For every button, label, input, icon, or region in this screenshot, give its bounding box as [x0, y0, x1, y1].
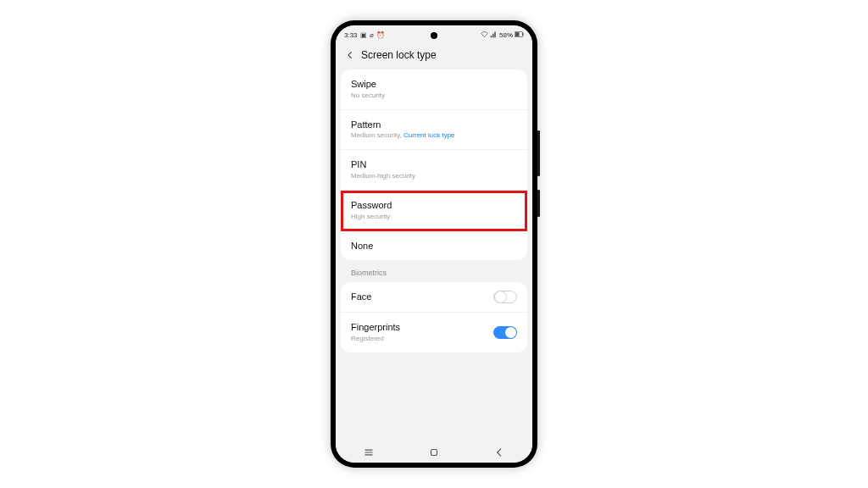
recents-button[interactable] — [352, 446, 386, 458]
svg-rect-3 — [431, 450, 437, 456]
biometric-face[interactable]: Face — [341, 282, 527, 313]
row-title: Swipe — [351, 78, 517, 91]
status-left: 3:33 ▣ ⌀ ⏰ — [344, 31, 385, 39]
home-button[interactable] — [417, 446, 451, 458]
navigation-bar — [336, 442, 532, 463]
status-time: 3:33 — [344, 31, 358, 39]
row-text: Face — [351, 291, 371, 303]
svg-rect-1 — [522, 32, 523, 35]
fingerprints-toggle[interactable] — [493, 326, 517, 339]
battery-icon — [515, 31, 524, 39]
phone-screen: 3:33 ▣ ⌀ ⏰ 58% — [336, 25, 532, 463]
dnd-icon: ⌀ — [370, 31, 374, 39]
back-button[interactable] — [482, 446, 516, 458]
row-title: Password — [351, 199, 517, 212]
toggle-knob — [494, 291, 507, 303]
svg-rect-2 — [515, 32, 520, 36]
row-subtitle: High security — [351, 213, 517, 222]
power-button — [537, 190, 540, 217]
row-title: None — [351, 240, 517, 252]
phone-frame: 3:33 ▣ ⌀ ⏰ 58% — [331, 20, 537, 468]
page-title: Screen lock type — [361, 49, 437, 61]
alarm-icon: ⏰ — [376, 31, 385, 39]
front-camera — [431, 32, 437, 39]
row-title: PIN — [351, 158, 517, 171]
battery-text: 58% — [499, 31, 513, 39]
lock-type-swipe[interactable]: Swipe No security — [341, 69, 527, 110]
biometrics-section-label: Biometrics — [336, 260, 532, 282]
page-header: Screen lock type — [336, 44, 532, 69]
face-toggle[interactable] — [493, 291, 517, 303]
lock-type-card: Swipe No security Pattern Medium securit… — [341, 69, 527, 260]
content-area: Swipe No security Pattern Medium securit… — [336, 69, 532, 442]
row-subtitle: Registered — [351, 335, 400, 344]
toggle-knob — [505, 327, 516, 338]
signal-icon — [490, 30, 498, 40]
row-subtitle: Medium security, Current lock type — [351, 131, 517, 141]
row-subtitle: Medium-high security — [351, 172, 517, 181]
videocam-icon: ▣ — [360, 31, 367, 39]
biometric-fingerprints[interactable]: Fingerprints Registered — [341, 313, 527, 352]
lock-type-pin[interactable]: PIN Medium-high security — [341, 150, 527, 191]
row-text: Fingerprints Registered — [351, 321, 400, 344]
back-icon[interactable] — [344, 49, 356, 61]
current-lock-label: Current lock type — [403, 131, 454, 139]
lock-type-pattern[interactable]: Pattern Medium security, Current lock ty… — [341, 110, 527, 151]
status-right: 58% — [481, 30, 524, 40]
wifi-icon — [481, 30, 488, 40]
row-title: Pattern — [351, 119, 517, 131]
row-title: Face — [351, 291, 371, 303]
biometrics-card: Face Fingerprints Registered — [341, 282, 527, 352]
row-subtitle-text: Medium security, — [351, 131, 403, 139]
row-title: Fingerprints — [351, 321, 400, 334]
lock-type-none[interactable]: None — [341, 231, 527, 261]
volume-button — [537, 130, 540, 176]
lock-type-password[interactable]: Password High security — [341, 191, 527, 231]
row-subtitle: No security — [351, 92, 517, 101]
